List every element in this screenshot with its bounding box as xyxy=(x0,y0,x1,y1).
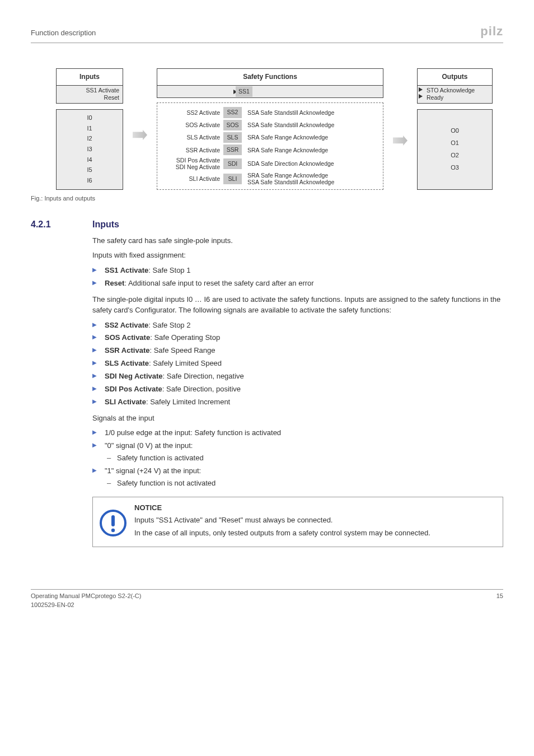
sf-tag-5: SLI xyxy=(223,174,242,184)
notice-body: NOTICE Inputs "SS1 Activate" and "Reset"… xyxy=(134,503,496,542)
output-o3: O3 xyxy=(418,164,492,172)
notice-p1: Inputs "SS1 Activate" and "Reset" must a… xyxy=(134,515,496,526)
sf-row-1: SOS Activate SOS SSA Safe Standstill Ack… xyxy=(160,120,381,130)
notice-p2: In the case of all inputs, only tested o… xyxy=(134,528,496,539)
input-i1: I1 xyxy=(57,124,123,134)
list-item: SDI Pos Activate: Safe Direction, positi… xyxy=(92,384,503,395)
sub-item: Safety function is not activated xyxy=(105,478,503,489)
notice-box: NOTICE Inputs "SS1 Activate" and "Reset"… xyxy=(92,497,503,548)
output-o0: O0 xyxy=(418,127,492,136)
sub-list: Safety function is not activated xyxy=(105,478,503,489)
list-item: SS1 Activate: Safe Stop 1 xyxy=(92,265,503,276)
logo: pilz xyxy=(480,22,503,40)
sub-item: Safety function is activated xyxy=(105,453,503,464)
term: SOS Activate xyxy=(105,333,150,342)
header-title: Function description xyxy=(31,28,96,39)
sf-tag-0: SS2 xyxy=(223,107,242,118)
arrow-right-icon xyxy=(419,87,423,92)
sf-row-3: SSR Activate SSR SRA Safe Range Acknowle… xyxy=(160,144,381,155)
output-fixed-1: Ready xyxy=(421,94,489,101)
term: Reset xyxy=(105,279,124,287)
signal-text: 1/0 pulse edge at the input: Safety func… xyxy=(105,428,281,437)
inputs-fixed-box: SS1 Activate Reset xyxy=(56,86,123,103)
list-item: SLI Activate: Safely Limited Increment xyxy=(92,397,503,408)
term: SDI Neg Activate xyxy=(105,372,163,380)
inputs-header: Inputs xyxy=(56,68,123,86)
sf-ack-1: SSA Safe Standstill Acknowledge xyxy=(247,122,381,128)
ss1-row: SS1 xyxy=(157,86,383,98)
desc: : Safe Direction, negative xyxy=(163,372,244,380)
signal-text: "1" signal (+24 V) at the input: xyxy=(105,466,201,475)
sf-left-3: SSR Activate xyxy=(160,147,223,153)
input-i2: I2 xyxy=(57,134,123,144)
arrow-right-icon xyxy=(419,94,423,99)
input-i0: I0 xyxy=(57,113,123,123)
outputs-fixed-box: STO Acknowledge Ready xyxy=(417,86,493,103)
sf-left-1: SOS Activate xyxy=(160,122,223,128)
list-item: SOS Activate: Safe Operating Stop xyxy=(92,333,503,343)
sf-row-5: SLI Activate SLI SRA Safe Range Acknowle… xyxy=(160,172,381,185)
input-fixed-1: Reset xyxy=(60,94,119,101)
gradient-arrow-icon xyxy=(393,136,407,146)
footer-line-2: 1002529-EN-02 xyxy=(31,601,141,610)
io-diagram: Inputs SS1 Activate Reset I0 I1 I2 I3 I4… xyxy=(56,68,493,190)
safety-functions-box: SS2 Activate SS2 SSA Safe Standstill Ack… xyxy=(157,102,383,190)
safety-header: Safety Functions xyxy=(157,68,383,86)
sf-ack-5: SRA Safe Range Acknowledge SSA Safe Stan… xyxy=(247,172,381,185)
sf-left-0: SS2 Activate xyxy=(160,109,223,116)
list-item: "0" signal (0 V) at the input: Safety fu… xyxy=(92,441,503,464)
list-item: 1/0 pulse edge at the input: Safety func… xyxy=(92,428,503,438)
fixed-assignment-list: SS1 Activate: Safe Stop 1 Reset: Additio… xyxy=(92,265,503,289)
desc: : Safe Operating Stop xyxy=(150,333,220,342)
outputs-header: Outputs xyxy=(417,68,493,86)
para-4: Signals at the input xyxy=(92,413,503,424)
term: SS2 Activate xyxy=(105,321,148,329)
inputs-list-box: I0 I1 I2 I3 I4 I5 I6 xyxy=(56,109,123,190)
desc: : Safe Speed Range xyxy=(149,346,215,354)
sf-left-2: SLS Activate xyxy=(160,134,223,141)
signals-list: 1/0 pulse edge at the input: Safety func… xyxy=(92,428,503,488)
term: SLI Activate xyxy=(105,398,146,406)
desc: : Safe Stop 2 xyxy=(148,321,190,329)
input-i3: I3 xyxy=(57,144,123,155)
sf-ack-3: SRA Safe Range Acknowledge xyxy=(247,147,381,153)
list-item: Reset: Additional safe input to reset th… xyxy=(92,278,503,289)
list-item: SSR Activate: Safe Speed Range xyxy=(92,346,503,356)
connector-right xyxy=(395,68,406,190)
svg-point-2 xyxy=(111,528,115,531)
desc: : Safely Limited Increment xyxy=(146,398,230,406)
page-number: 15 xyxy=(496,592,503,610)
sf-tag-1: SOS xyxy=(223,120,242,130)
footer-line-1: Operating Manual PMCprotego S2-2(-C) xyxy=(31,592,141,601)
sf-tag-2: SLS xyxy=(223,132,242,143)
section-title: Inputs xyxy=(92,218,119,231)
output-fixed-0: STO Acknowledge xyxy=(421,87,489,94)
list-item: "1" signal (+24 V) at the input: Safety … xyxy=(92,466,503,489)
sf-ack-2: SRA Safe Range Acknowledge xyxy=(247,134,381,141)
para-3: The single-pole digital inputs I0 … I6 a… xyxy=(92,295,503,316)
gradient-arrow-icon xyxy=(133,130,147,140)
outputs-list-box: O0 O1 O2 O3 xyxy=(417,109,493,190)
figure-caption: Fig.: Inputs and outputs xyxy=(31,194,503,203)
page-header: Function description pilz xyxy=(31,22,503,43)
body-content: The safety card has safe single-pole inp… xyxy=(92,236,503,548)
list-item: SS2 Activate: Safe Stop 2 xyxy=(92,320,503,331)
svg-rect-1 xyxy=(111,515,115,526)
connector-left xyxy=(134,68,146,190)
term: SDI Pos Activate xyxy=(105,385,162,393)
sf-left-5: SLI Activate xyxy=(160,175,223,182)
section-heading: 4.2.1 Inputs xyxy=(31,218,503,231)
sf-row-2: SLS Activate SLS SRA Safe Range Acknowle… xyxy=(160,132,381,143)
list-item: SLS Activate: Safely Limited Speed xyxy=(92,358,503,369)
activate-list: SS2 Activate: Safe Stop 2 SOS Activate: … xyxy=(92,320,503,408)
desc: : Additional safe input to reset the saf… xyxy=(124,279,313,287)
signal-text: "0" signal (0 V) at the input: xyxy=(105,441,193,450)
input-i6: I6 xyxy=(57,176,123,186)
footer-left: Operating Manual PMCprotego S2-2(-C) 100… xyxy=(31,592,141,610)
safety-column: Safety Functions SS1 SS2 Activate SS2 SS… xyxy=(157,68,383,190)
term: SLS Activate xyxy=(105,359,149,367)
inputs-column: Inputs SS1 Activate Reset I0 I1 I2 I3 I4… xyxy=(56,68,123,190)
output-o1: O1 xyxy=(418,139,492,148)
sub-list: Safety function is activated xyxy=(105,453,503,464)
ss1-tag: SS1 xyxy=(236,86,252,97)
